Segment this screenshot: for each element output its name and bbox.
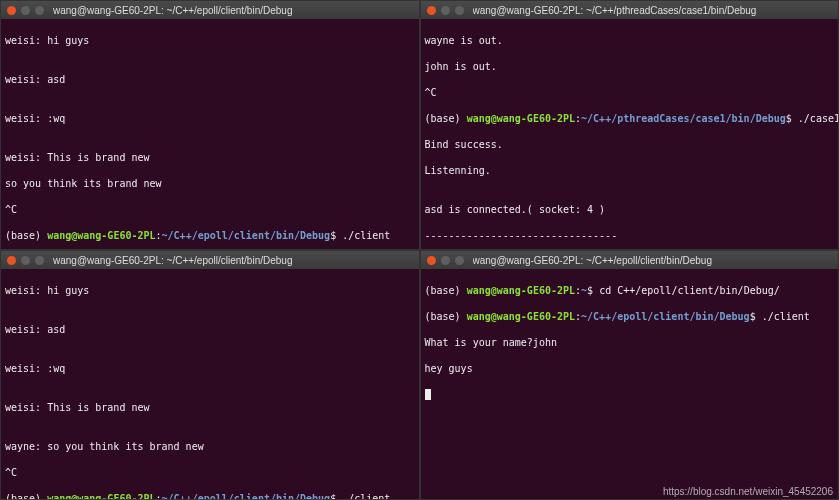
output-line: weisi: hi guys bbox=[5, 284, 415, 297]
maximize-icon[interactable] bbox=[35, 256, 44, 265]
pane-top-right: wang@wang-GE60-2PL: ~/C++/pthreadCases/c… bbox=[420, 0, 840, 250]
window-title: wang@wang-GE60-2PL: ~/C++/epoll/client/b… bbox=[53, 4, 292, 17]
output-line: ^C bbox=[5, 203, 415, 216]
minimize-icon[interactable] bbox=[21, 6, 30, 15]
minimize-icon[interactable] bbox=[441, 6, 450, 15]
output-line: weisi: asd bbox=[5, 73, 415, 86]
output-line: hey guys bbox=[425, 362, 835, 375]
maximize-icon[interactable] bbox=[35, 6, 44, 15]
maximize-icon[interactable] bbox=[455, 6, 464, 15]
output-line: weisi: This is brand new bbox=[5, 151, 415, 164]
close-icon[interactable] bbox=[7, 256, 16, 265]
cursor-icon bbox=[425, 389, 431, 400]
minimize-icon[interactable] bbox=[441, 256, 450, 265]
output-line: ^C bbox=[425, 86, 835, 99]
output-line: weisi: This is brand new bbox=[5, 401, 415, 414]
output-line: wayne is out. bbox=[425, 34, 835, 47]
output-line: john is out. bbox=[425, 60, 835, 73]
terminal-bottom-left[interactable]: weisi: hi guys weisi: asd weisi: :wq wei… bbox=[1, 269, 419, 499]
output-line: ^C bbox=[5, 466, 415, 479]
output-line: Listenning. bbox=[425, 164, 835, 177]
output-line: -------------------------------- bbox=[425, 229, 835, 242]
prompt-line: (base) wang@wang-GE60-2PL:~/C++/epoll/cl… bbox=[425, 310, 835, 323]
pane-bottom-left: wang@wang-GE60-2PL: ~/C++/epoll/client/b… bbox=[0, 250, 420, 500]
prompt-line: (base) wang@wang-GE60-2PL:~/C++/epoll/cl… bbox=[5, 229, 415, 242]
prompt-line: (base) wang@wang-GE60-2PL:~/C++/pthreadC… bbox=[425, 112, 835, 125]
window-title: wang@wang-GE60-2PL: ~/C++/epoll/client/b… bbox=[53, 254, 292, 267]
output-line: weisi: asd bbox=[5, 323, 415, 336]
output-line: weisi: :wq bbox=[5, 112, 415, 125]
terminal-top-left[interactable]: weisi: hi guys weisi: asd weisi: :wq wei… bbox=[1, 19, 419, 249]
output-line: so you think its brand new bbox=[5, 177, 415, 190]
output-line: weisi: hi guys bbox=[5, 34, 415, 47]
prompt-line: (base) wang@wang-GE60-2PL:~/C++/epoll/cl… bbox=[5, 492, 415, 499]
close-icon[interactable] bbox=[427, 256, 436, 265]
window-title: wang@wang-GE60-2PL: ~/C++/epoll/client/b… bbox=[473, 254, 712, 267]
titlebar-bottom-right[interactable]: wang@wang-GE60-2PL: ~/C++/epoll/client/b… bbox=[421, 251, 839, 269]
titlebar-top-left[interactable]: wang@wang-GE60-2PL: ~/C++/epoll/client/b… bbox=[1, 1, 419, 19]
output-line: wayne: so you think its brand new bbox=[5, 440, 415, 453]
output-line: asd is connected.( socket: 4 ) bbox=[425, 203, 835, 216]
terminal-grid: wang@wang-GE60-2PL: ~/C++/epoll/client/b… bbox=[0, 0, 839, 500]
maximize-icon[interactable] bbox=[455, 256, 464, 265]
close-icon[interactable] bbox=[427, 6, 436, 15]
titlebar-bottom-left[interactable]: wang@wang-GE60-2PL: ~/C++/epoll/client/b… bbox=[1, 251, 419, 269]
minimize-icon[interactable] bbox=[21, 256, 30, 265]
output-line: Bind success. bbox=[425, 138, 835, 151]
output-line: What is your name?john bbox=[425, 336, 835, 349]
close-icon[interactable] bbox=[7, 6, 16, 15]
prompt-line: (base) wang@wang-GE60-2PL:~$ cd C++/epol… bbox=[425, 284, 835, 297]
window-title: wang@wang-GE60-2PL: ~/C++/pthreadCases/c… bbox=[473, 4, 757, 17]
output-line: weisi: :wq bbox=[5, 362, 415, 375]
pane-bottom-right: wang@wang-GE60-2PL: ~/C++/epoll/client/b… bbox=[420, 250, 840, 500]
pane-top-left: wang@wang-GE60-2PL: ~/C++/epoll/client/b… bbox=[0, 0, 420, 250]
titlebar-top-right[interactable]: wang@wang-GE60-2PL: ~/C++/pthreadCases/c… bbox=[421, 1, 839, 19]
terminal-top-right[interactable]: wayne is out. john is out. ^C (base) wan… bbox=[421, 19, 839, 249]
terminal-bottom-right[interactable]: (base) wang@wang-GE60-2PL:~$ cd C++/epol… bbox=[421, 269, 839, 499]
